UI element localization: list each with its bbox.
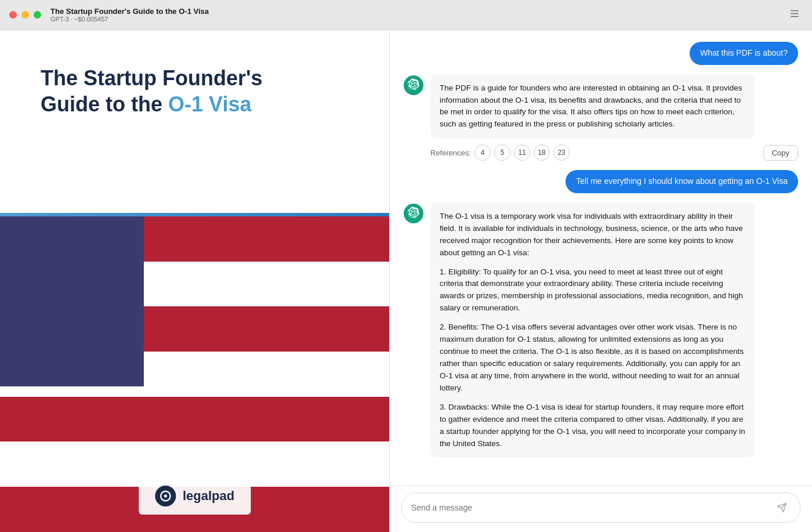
pdf-title: The Startup Founder's Guide to the O-1 V…	[41, 65, 360, 117]
bot-avatar-icon-2	[408, 207, 419, 220]
ref-badge-18[interactable]: 18	[534, 144, 550, 161]
bot-bubble-2: The O-1 visa is a temporary work visa fo…	[430, 202, 755, 458]
chat-input[interactable]	[411, 503, 773, 512]
window-title: The Startup Founder's Guide to the O-1 V…	[50, 7, 209, 16]
pdf-cover-top: The Startup Founder's Guide to the O-1 V…	[0, 30, 389, 213]
settings-icon[interactable]	[789, 8, 800, 22]
ref-badge-11[interactable]: 11	[514, 144, 530, 161]
bot-bubble-1: The PDF is a guide for founders who are …	[430, 74, 755, 139]
bot-para-1: 1. Eligibility: To qualify for an O-1 vi…	[440, 266, 746, 315]
main-layout: The Startup Founder's Guide to the O-1 V…	[0, 30, 812, 532]
bot-avatar-2	[404, 204, 423, 223]
bot-avatar-icon-1	[408, 78, 419, 92]
bot-content-1: The PDF is a guide for founders who are …	[430, 74, 798, 161]
send-button[interactable]	[773, 499, 791, 516]
traffic-lights	[9, 11, 41, 19]
minimize-button[interactable]	[21, 11, 29, 19]
pdf-image-section: legalpad	[0, 216, 389, 532]
user-message-2: Tell me everything I should know about g…	[404, 170, 798, 193]
chat-input-container	[401, 493, 800, 523]
close-button[interactable]	[9, 11, 17, 19]
pdf-panel: The Startup Founder's Guide to the O-1 V…	[0, 30, 390, 532]
references-label: References:	[430, 149, 471, 157]
user-bubble-2: Tell me everything I should know about g…	[566, 170, 798, 193]
bot-para-3: 3. Drawbacks: While the O-1 visa is idea…	[440, 401, 746, 450]
user-message-1: What this PDF is about?	[404, 42, 798, 65]
bot-para-intro: The O-1 visa is a temporary work visa fo…	[440, 211, 746, 259]
bot-message-2: The O-1 visa is a temporary work visa fo…	[404, 202, 798, 458]
title-info: The Startup Founder's Guide to the O-1 V…	[50, 7, 209, 23]
pdf-title-highlight: O-1 Visa	[168, 92, 251, 116]
chat-input-area	[390, 485, 812, 532]
bot-para-2: 2. Benefits: The O-1 visa offers several…	[440, 321, 746, 395]
chat-messages: What this PDF is about? The PDF is a gui…	[390, 30, 812, 485]
copy-button[interactable]: Copy	[763, 145, 798, 161]
ref-badge-4[interactable]: 4	[474, 144, 491, 161]
references-row-1: References: 4 5 11 18 23 Copy	[430, 144, 798, 161]
title-bar: The Startup Founder's Guide to the O-1 V…	[0, 0, 812, 30]
legalpad-logo-text: legalpad	[183, 488, 234, 504]
ref-badge-5[interactable]: 5	[494, 144, 510, 161]
legalpad-logo: legalpad	[139, 477, 251, 515]
user-bubble-1: What this PDF is about?	[690, 42, 798, 65]
bot-message-1: The PDF is a guide for founders who are …	[404, 74, 798, 161]
bot-content-2: The O-1 visa is a temporary work visa fo…	[430, 202, 798, 458]
bot-avatar-1	[404, 75, 423, 95]
maximize-button[interactable]	[34, 11, 41, 19]
ref-badge-23[interactable]: 23	[553, 144, 570, 161]
window-subtitle: GPT-3 · ~$0.005457	[50, 16, 209, 23]
chat-panel: What this PDF is about? The PDF is a gui…	[390, 30, 812, 532]
legalpad-logo-icon	[155, 486, 176, 506]
